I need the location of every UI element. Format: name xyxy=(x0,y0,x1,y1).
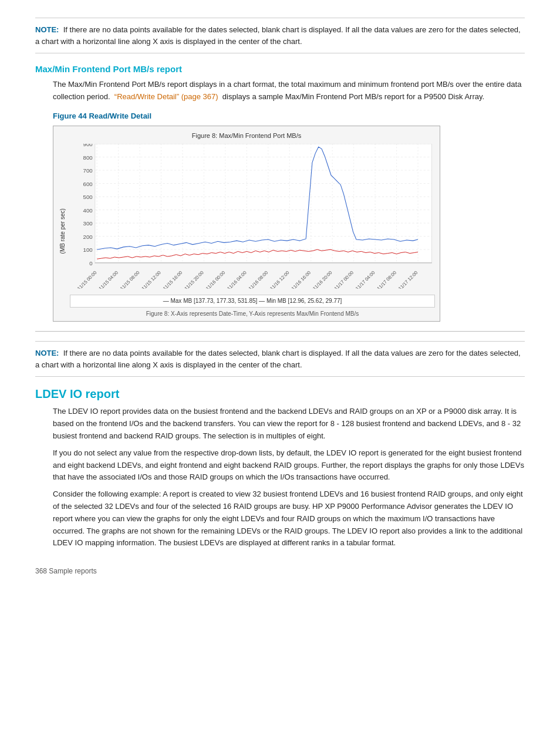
svg-text:11/16 04:00: 11/16 04:00 xyxy=(226,269,248,288)
note2-body: If there are no data points available fo… xyxy=(35,349,521,369)
svg-text:11/15 20:00: 11/15 20:00 xyxy=(183,269,205,288)
note2-text: NOTE: If there are no data points availa… xyxy=(35,347,525,370)
svg-text:11/16 16:00: 11/16 16:00 xyxy=(291,269,312,288)
svg-text:11/15 08:00: 11/15 08:00 xyxy=(119,269,141,288)
svg-text:11/16 00:00: 11/16 00:00 xyxy=(205,269,227,288)
svg-text:300: 300 xyxy=(83,220,93,227)
chart-footer: Figure 8: X-Axis represents Date-Time, Y… xyxy=(70,309,435,319)
ldev-para2: If you do not select any value from the … xyxy=(53,447,525,484)
chart-legend: — Max MB [137.73, 177.33, 531.85] — Min … xyxy=(70,295,435,308)
svg-text:800: 800 xyxy=(83,154,93,161)
svg-text:11/17 00:00: 11/17 00:00 xyxy=(333,269,355,288)
chart-area: (MB rate per sec) xyxy=(58,144,435,319)
svg-text:11/17 12:00: 11/17 12:00 xyxy=(397,269,419,288)
chart-title: Figure 8: Max/Min Frontend Port MB/s xyxy=(58,131,435,141)
ldev-section: LDEV IO report The LDEV IO report provid… xyxy=(35,387,525,549)
svg-text:900: 900 xyxy=(83,144,93,147)
note-box-2: NOTE: If there are no data points availa… xyxy=(35,341,525,377)
svg-text:700: 700 xyxy=(83,167,93,174)
y-axis-label: (MB rate per sec) xyxy=(58,144,69,319)
svg-text:11/15 04:00: 11/15 04:00 xyxy=(98,269,120,288)
note2-label: NOTE: xyxy=(35,349,59,357)
figure-heading: Figure 44 Read/Write Detail xyxy=(53,110,525,123)
svg-text:11/15 12:00: 11/15 12:00 xyxy=(141,269,163,288)
svg-text:11/15 16:00: 11/15 16:00 xyxy=(162,269,184,288)
page-footer-text: 368 Sample reports xyxy=(35,567,97,575)
svg-text:11/17 04:00: 11/17 04:00 xyxy=(355,269,376,288)
svg-text:11/17 08:00: 11/17 08:00 xyxy=(376,269,398,288)
maxmin-body1-cont: displays a sample Max/Min Frontend Port … xyxy=(222,92,484,101)
svg-text:11/15 00:00: 11/15 00:00 xyxy=(76,269,98,288)
maxmin-section: Max/Min Frontend Port MB/s report The Ma… xyxy=(35,64,525,322)
chart-svg: 900 800 700 600 500 400 300 200 100 0 11… xyxy=(70,144,435,289)
page-footer: 368 Sample reports xyxy=(35,567,525,575)
maxmin-link[interactable]: “Read/Write Detail” (page 367) xyxy=(114,92,218,101)
svg-text:200: 200 xyxy=(83,234,93,240)
chart-inner: 900 800 700 600 500 400 300 200 100 0 11… xyxy=(70,144,435,319)
svg-text:500: 500 xyxy=(83,194,93,200)
svg-text:11/16 12:00: 11/16 12:00 xyxy=(269,269,291,288)
ldev-para3: Consider the following example: A report… xyxy=(53,488,525,549)
svg-text:11/16 08:00: 11/16 08:00 xyxy=(248,269,269,288)
svg-text:0: 0 xyxy=(89,260,92,266)
note-box-1: NOTE: If there are no data points availa… xyxy=(35,18,525,53)
ldev-para1: The LDEV IO report provides data on the … xyxy=(53,406,525,442)
ldev-heading: LDEV IO report xyxy=(35,387,525,401)
svg-text:11/16 20:00: 11/16 20:00 xyxy=(312,269,333,288)
maxmin-body: The Max/Min Frontend Port MB/s report di… xyxy=(53,79,525,322)
maxmin-heading: Max/Min Frontend Port MB/s report xyxy=(35,64,525,74)
note1-label: NOTE: xyxy=(35,25,59,34)
maxmin-para1: The Max/Min Frontend Port MB/s report di… xyxy=(53,79,525,103)
svg-text:600: 600 xyxy=(83,181,93,187)
divider-1 xyxy=(35,331,525,332)
note1-body: If there are no data points available fo… xyxy=(35,25,521,46)
svg-text:100: 100 xyxy=(83,247,93,253)
chart-container: Figure 8: Max/Min Frontend Port MB/s (MB… xyxy=(53,126,440,322)
svg-text:400: 400 xyxy=(83,207,93,214)
ldev-body: The LDEV IO report provides data on the … xyxy=(53,406,525,549)
note1-text: NOTE: If there are no data points availa… xyxy=(35,24,525,47)
